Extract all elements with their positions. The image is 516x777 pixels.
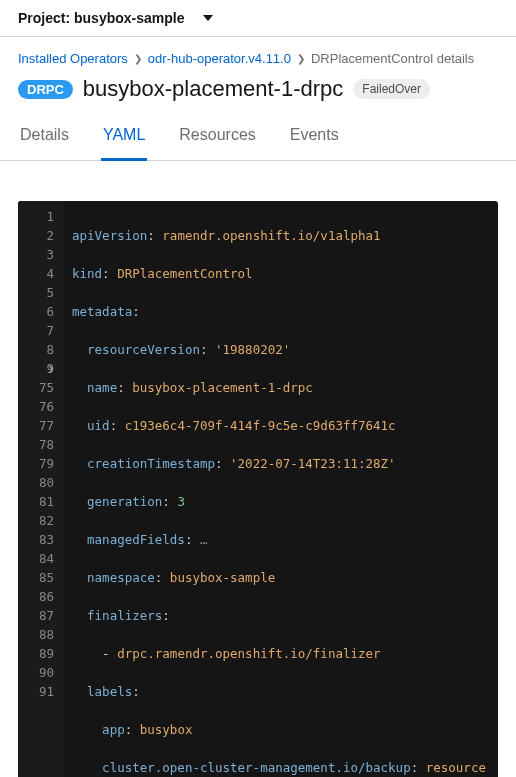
code-area[interactable]: apiVersion: ramendr.openshift.io/v1alpha…: [64, 201, 498, 777]
page-title-row: DRPC busybox-placement-1-drpc FailedOver: [0, 66, 516, 116]
breadcrumb-installed-operators[interactable]: Installed Operators: [18, 51, 128, 66]
yaml-editor[interactable]: 1 2 3 4 5 6 7 8 9❯ 75 76 77 78 79 80 81 …: [18, 201, 498, 777]
tabs: Details YAML Resources Events: [0, 116, 516, 161]
fold-toggle[interactable]: ❯: [48, 359, 54, 378]
chevron-right-icon: ❯: [297, 53, 305, 64]
tab-details[interactable]: Details: [18, 116, 71, 160]
tab-yaml[interactable]: YAML: [101, 116, 147, 161]
tab-events[interactable]: Events: [288, 116, 341, 160]
page-title: busybox-placement-1-drpc: [83, 76, 343, 102]
tab-resources[interactable]: Resources: [177, 116, 257, 160]
breadcrumb-current: DRPlacementControl details: [311, 51, 474, 66]
breadcrumb: Installed Operators ❯ odr-hub-operator.v…: [0, 37, 516, 66]
project-label: Project: busybox-sample: [18, 10, 185, 26]
resource-type-badge: DRPC: [18, 80, 73, 99]
breadcrumb-operator[interactable]: odr-hub-operator.v4.11.0: [148, 51, 291, 66]
chevron-down-icon: [203, 15, 213, 21]
gutter: 1 2 3 4 5 6 7 8 9❯ 75 76 77 78 79 80 81 …: [18, 201, 64, 777]
chevron-right-icon: ❯: [134, 53, 142, 64]
project-selector[interactable]: Project: busybox-sample: [0, 0, 516, 37]
status-badge: FailedOver: [353, 79, 430, 99]
